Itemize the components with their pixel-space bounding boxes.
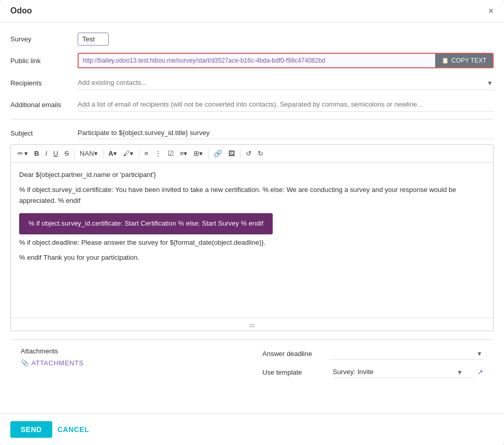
paperclip-icon: 📎 xyxy=(21,359,29,367)
table-dropdown-icon: ▾ xyxy=(199,150,203,157)
attachments-button[interactable]: 📎 ATTACHMENTS xyxy=(21,359,84,367)
attachments-label: Attachments xyxy=(21,347,242,355)
strikethrough-icon: S xyxy=(64,150,69,157)
toolbar-separator-3 xyxy=(139,149,139,158)
editor-content[interactable]: Dear ${object.partner_id.name or 'partic… xyxy=(11,162,493,318)
copy-text-label: COPY TEXT xyxy=(451,57,486,64)
attachments-area: Attachments 📎 ATTACHMENTS xyxy=(21,347,242,378)
answer-deadline-row: Answer deadline xyxy=(262,347,483,360)
toolbar-separator-1 xyxy=(74,149,75,158)
editor-wrapper: ✏ ▾ B I U S NAN ▾ A ▾ 🖊 ▾ xyxy=(10,144,494,331)
pencil-dropdown-icon: ▾ xyxy=(24,150,28,157)
modal-dialog: Odoo × Survey Public link 📋 COPY TEXT Re xyxy=(0,0,504,445)
redo-icon: ↻ xyxy=(258,150,263,157)
format-pencil-button[interactable]: ✏ ▾ xyxy=(15,148,31,159)
additional-emails-field xyxy=(78,97,494,112)
undo-icon: ↺ xyxy=(246,150,251,157)
highlight-dropdown-icon: ▾ xyxy=(130,150,134,157)
subject-label: Subject xyxy=(10,129,78,137)
cert-button: % if object.survey_id.certificate: Start… xyxy=(19,213,273,234)
bold-button[interactable]: B xyxy=(32,148,41,159)
ordered-list-button[interactable]: ⋮ xyxy=(152,148,164,159)
bottom-section: Attachments 📎 ATTACHMENTS Answer deadlin… xyxy=(10,339,494,385)
public-link-label: Public link xyxy=(10,57,78,65)
editor-line-4: % endif Thank you for your participation… xyxy=(19,253,485,263)
resize-icon: ⚌ xyxy=(249,320,256,329)
font-size-dropdown[interactable]: NAN ▾ xyxy=(77,148,100,159)
editor-line-3: % if object.deadline: Please answer the … xyxy=(19,238,485,248)
image-icon: 🖼 xyxy=(228,150,235,157)
italic-label: I xyxy=(45,150,47,157)
recipients-wrapper xyxy=(78,76,494,90)
answer-deadline-wrapper xyxy=(330,347,483,360)
editor-line-2: % if object.survey_id.certificate: You h… xyxy=(19,185,485,206)
align-dropdown-icon: ▾ xyxy=(184,150,187,157)
ul-icon: ≡ xyxy=(144,150,149,157)
survey-row: Survey xyxy=(10,33,494,46)
ol-icon: ⋮ xyxy=(155,150,161,157)
link-button[interactable]: 🔗 xyxy=(211,148,225,159)
use-template-row: Use template Survey: Invite ↗ xyxy=(262,366,483,378)
answer-deadline-select[interactable] xyxy=(330,347,483,360)
template-select[interactable]: Survey: Invite xyxy=(333,366,474,378)
checkbox-button[interactable]: ☑ xyxy=(165,148,176,159)
copy-text-button[interactable]: 📋 COPY TEXT xyxy=(435,54,493,67)
external-link-button[interactable]: ↗ xyxy=(477,368,483,376)
font-color-label: A xyxy=(109,150,113,157)
subject-input[interactable] xyxy=(78,127,494,139)
answer-deadline-label: Answer deadline xyxy=(262,350,330,358)
pencil-icon: ✏ xyxy=(18,150,23,157)
template-select-wrapper: Survey: Invite xyxy=(333,366,474,378)
public-link-row: Public link 📋 COPY TEXT xyxy=(10,53,494,68)
editor-line-1: Dear ${object.partner_id.name or 'partic… xyxy=(19,170,485,181)
undo-button[interactable]: ↺ xyxy=(243,148,254,159)
bold-label: B xyxy=(34,150,39,157)
checkbox-icon: ☑ xyxy=(168,150,174,157)
survey-field xyxy=(78,33,494,46)
modal-footer: SEND CANCEL xyxy=(0,413,504,445)
divider xyxy=(10,119,494,120)
cancel-button[interactable]: CANCEL xyxy=(57,425,89,434)
public-link-wrapper: 📋 COPY TEXT xyxy=(78,53,494,68)
unordered-list-button[interactable]: ≡ xyxy=(142,148,151,159)
use-template-label: Use template xyxy=(262,368,330,376)
modal-title: Odoo xyxy=(10,6,32,16)
recipients-row: Recipients xyxy=(10,76,494,90)
survey-input[interactable] xyxy=(78,33,109,46)
highlight-icon: 🖊 xyxy=(123,150,130,157)
font-color-dropdown[interactable]: A ▾ xyxy=(106,148,120,159)
modal-header: Odoo × xyxy=(0,0,504,22)
toolbar-separator-5 xyxy=(240,149,241,158)
additional-emails-row: Additional emails xyxy=(10,97,494,112)
survey-label: Survey xyxy=(10,35,78,43)
table-dropdown[interactable]: ⊞ ▾ xyxy=(191,148,205,159)
recipients-input[interactable] xyxy=(78,76,494,90)
redo-button[interactable]: ↻ xyxy=(255,148,266,159)
link-icon: 🔗 xyxy=(214,150,222,157)
align-dropdown[interactable]: ≡ ▾ xyxy=(177,148,190,159)
editor-resize-handle[interactable]: ⚌ xyxy=(11,318,493,331)
modal-body: Survey Public link 📋 COPY TEXT Recipient… xyxy=(0,22,504,413)
underline-button[interactable]: U xyxy=(51,148,61,159)
additional-emails-input[interactable] xyxy=(78,97,494,112)
attachments-btn-label: ATTACHMENTS xyxy=(32,359,84,367)
image-button[interactable]: 🖼 xyxy=(226,148,238,159)
public-link-input[interactable] xyxy=(79,54,435,67)
close-button[interactable]: × xyxy=(488,6,494,16)
editor-toolbar: ✏ ▾ B I U S NAN ▾ A ▾ 🖊 ▾ xyxy=(11,145,493,162)
italic-button[interactable]: I xyxy=(42,148,50,159)
toolbar-separator-2 xyxy=(103,149,103,158)
font-color-dropdown-icon: ▾ xyxy=(113,150,117,157)
send-button[interactable]: SEND xyxy=(10,421,52,438)
align-icon: ≡ xyxy=(180,150,184,157)
strikethrough-button[interactable]: S xyxy=(62,148,71,159)
copy-icon: 📋 xyxy=(441,57,449,64)
highlight-dropdown[interactable]: 🖊 ▾ xyxy=(121,148,136,159)
font-size-dropdown-icon: ▾ xyxy=(94,150,98,157)
recipients-label: Recipients xyxy=(10,79,78,87)
right-fields: Answer deadline Use template Survey: Inv… xyxy=(262,347,483,378)
subject-row: Subject xyxy=(10,127,494,139)
toolbar-separator-4 xyxy=(208,149,209,158)
underline-label: U xyxy=(53,150,58,157)
additional-emails-label: Additional emails xyxy=(10,101,78,109)
